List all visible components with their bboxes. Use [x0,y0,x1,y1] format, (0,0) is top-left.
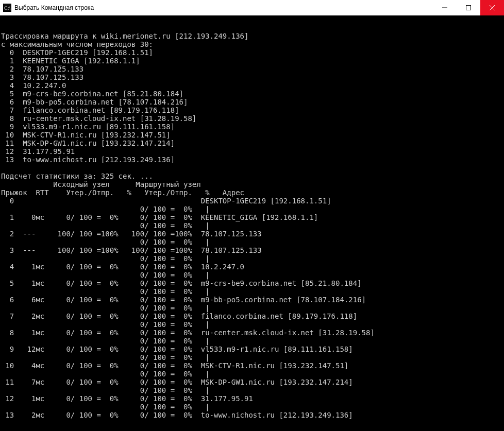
minimize-button[interactable] [433,0,457,15]
svg-text:C:\: C:\ [4,5,10,11]
titlebar[interactable]: C:\ Выбрать Командная строка [0,0,504,15]
cmd-icon: C:\ [3,4,11,12]
close-button[interactable] [480,0,504,15]
cmd-window: C:\ Выбрать Командная строка Трассировка… [0,0,504,431]
terminal-output[interactable]: Трассировка маршрута к wiki.merionet.ru … [0,23,504,424]
window-title: Выбрать Командная строка [14,4,94,11]
svg-rect-4 [466,6,471,10]
maximize-button[interactable] [457,0,480,15]
